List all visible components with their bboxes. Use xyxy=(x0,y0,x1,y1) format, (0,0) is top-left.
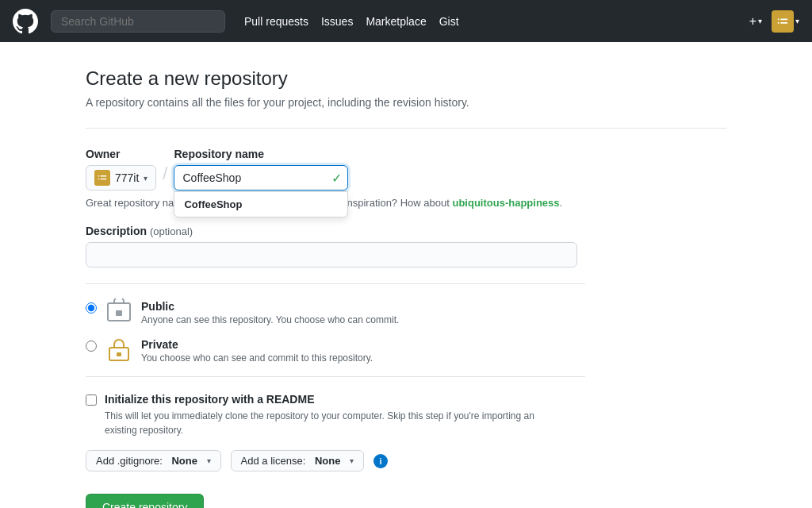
divider-top xyxy=(86,128,726,129)
avatar xyxy=(772,10,794,33)
navbar-pull-requests[interactable]: Pull requests xyxy=(244,15,308,28)
search-input[interactable] xyxy=(51,10,225,33)
description-input[interactable] xyxy=(86,242,577,267)
owner-name: 777it xyxy=(115,171,139,184)
gitignore-label: Add .gitignore: xyxy=(96,455,163,467)
description-optional: (optional) xyxy=(150,225,193,237)
initialize-text: Initialize this repository with a README… xyxy=(105,393,565,437)
public-desc: Anyone can see this repository. You choo… xyxy=(141,314,399,325)
github-logo-icon xyxy=(13,9,38,34)
public-label: Public xyxy=(141,300,399,313)
owner-group: Owner 777it ▾ xyxy=(86,148,156,190)
autocomplete-item[interactable]: CoffeeShop xyxy=(174,192,347,217)
private-text: Private You choose who can see and commi… xyxy=(141,338,373,364)
initialize-desc: This will let you immediately clone the … xyxy=(105,409,565,437)
initialize-label: Initialize this repository with a README xyxy=(105,393,565,406)
svg-rect-3 xyxy=(117,352,121,356)
submit-section: Create repository xyxy=(86,494,726,508)
license-chevron-icon: ▾ xyxy=(350,456,354,465)
check-icon: ✓ xyxy=(331,171,342,186)
page-subtitle: A repository contains all the files for … xyxy=(86,96,726,109)
license-value: None xyxy=(315,455,341,467)
divider-mid xyxy=(86,283,585,284)
owner-label: Owner xyxy=(86,148,156,160)
add-menu-button[interactable]: + ▾ xyxy=(749,14,762,29)
description-group: Description (optional) xyxy=(86,225,726,267)
dropdowns-row: Add .gitignore: None ▾ Add a license: No… xyxy=(86,450,726,471)
navbar: Pull requests Issues Marketplace Gist + … xyxy=(0,0,812,42)
owner-select[interactable]: 777it ▾ xyxy=(86,165,156,190)
private-radio[interactable] xyxy=(86,341,97,352)
slash-divider: / xyxy=(163,165,167,183)
owner-repo-row: Owner 777it ▾ / Repository name ✓ Coffee… xyxy=(86,148,726,190)
create-repository-button[interactable]: Create repository xyxy=(86,494,204,508)
info-icon[interactable]: i xyxy=(373,454,388,468)
plus-icon: + xyxy=(749,14,756,29)
navbar-right: + ▾ ▾ xyxy=(749,10,799,33)
public-repo-icon xyxy=(106,298,132,324)
initialize-checkbox-row: Initialize this repository with a README… xyxy=(86,393,726,437)
private-option: Private You choose who can see and commi… xyxy=(86,338,726,364)
public-text: Public Anyone can see this repository. Y… xyxy=(141,300,399,325)
main-content: Create a new repository A repository con… xyxy=(73,42,739,508)
repo-name-label: Repository name xyxy=(174,148,348,160)
navbar-issues[interactable]: Issues xyxy=(321,15,353,28)
svg-rect-1 xyxy=(116,310,122,316)
private-desc: You choose who can see and commit to thi… xyxy=(141,352,373,364)
public-option: Public Anyone can see this repository. Y… xyxy=(86,300,726,325)
chevron-down-icon-2: ▾ xyxy=(795,17,799,25)
private-label: Private xyxy=(141,338,373,351)
suggestion-link[interactable]: ubiquitous-happiness xyxy=(452,197,559,209)
initialize-checkbox[interactable] xyxy=(86,394,97,406)
gitignore-dropdown[interactable]: Add .gitignore: None ▾ xyxy=(86,450,221,471)
private-repo-icon xyxy=(106,337,132,362)
autocomplete-dropdown: CoffeeShop xyxy=(174,191,348,217)
navbar-gist[interactable]: Gist xyxy=(439,15,459,28)
gitignore-chevron-icon: ▾ xyxy=(207,456,211,465)
suggestion-suffix: . xyxy=(560,197,563,209)
repo-name-group: Repository name ✓ CoffeeShop xyxy=(174,148,348,190)
navbar-links: Pull requests Issues Marketplace Gist xyxy=(244,15,459,28)
page-title: Create a new repository xyxy=(86,67,726,90)
owner-avatar xyxy=(94,170,110,186)
chevron-down-icon: ▾ xyxy=(758,17,762,25)
public-radio[interactable] xyxy=(86,302,97,314)
license-dropdown[interactable]: Add a license: None ▾ xyxy=(231,450,364,471)
navbar-marketplace[interactable]: Marketplace xyxy=(366,15,426,28)
avatar-menu-button[interactable]: ▾ xyxy=(772,10,799,33)
divider-bottom xyxy=(86,376,585,377)
gitignore-value: None xyxy=(171,455,197,467)
description-label: Description (optional) xyxy=(86,225,726,237)
chevron-down-icon-owner: ▾ xyxy=(144,174,147,183)
license-label: Add a license: xyxy=(241,455,306,467)
repo-name-input[interactable] xyxy=(174,165,348,190)
repo-input-wrapper: ✓ CoffeeShop xyxy=(174,165,348,190)
